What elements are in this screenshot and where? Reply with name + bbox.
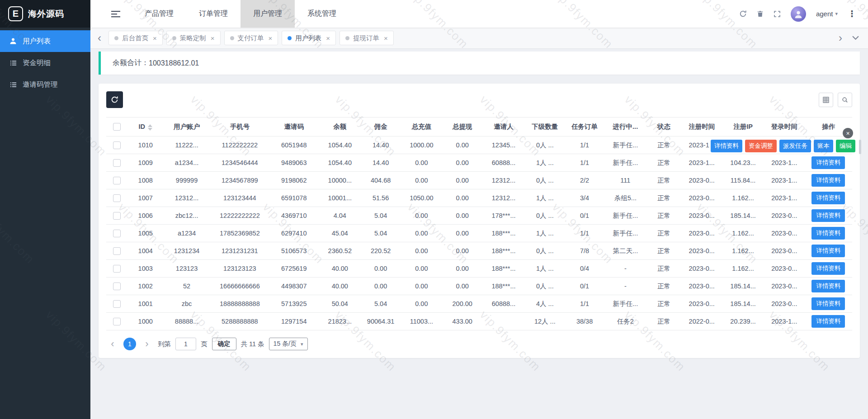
select-all-checkbox[interactable] <box>113 123 121 131</box>
table-refresh-button[interactable] <box>106 91 123 108</box>
column-settings-icon[interactable] <box>819 93 833 107</box>
table-cell-login-time: 2023-0... <box>764 260 805 278</box>
column-header-label: 任务订单 <box>571 123 598 130</box>
table-cell-commission: 0.00 <box>361 260 401 278</box>
column-header-id: ID <box>128 118 163 137</box>
sidebar-item-label: 邀请码管理 <box>23 80 58 89</box>
detail-button[interactable]: 详情资料 <box>811 315 845 328</box>
page-number-button[interactable]: 1 <box>123 338 136 350</box>
user-menu[interactable]: agent ▾ <box>816 10 838 18</box>
detail-button[interactable]: 详情资料 <box>811 174 845 187</box>
goto-page-input[interactable] <box>175 338 196 350</box>
table-cell-task-orders: 2/2 <box>565 172 604 189</box>
trash-icon[interactable] <box>757 10 764 17</box>
row-checkbox[interactable] <box>113 318 121 325</box>
tab-strategy[interactable]: 策略定制× <box>166 31 221 45</box>
tab-close-icon[interactable]: × <box>269 34 273 42</box>
row-checkbox[interactable] <box>113 265 121 273</box>
table-cell-actions: 详情资料 <box>805 278 852 295</box>
tab-close-icon[interactable]: × <box>384 34 388 42</box>
refresh-icon[interactable] <box>739 10 747 18</box>
row-checkbox[interactable] <box>113 247 121 255</box>
row-checkbox[interactable] <box>113 300 121 308</box>
goto-confirm-button[interactable]: 确定 <box>212 338 236 350</box>
table-cell-total-recharge: 0.00 <box>401 295 443 313</box>
tab-close-icon[interactable]: × <box>326 34 330 42</box>
table-cell-inviter: 188***... <box>482 278 525 295</box>
row-checkbox[interactable] <box>113 282 121 290</box>
column-header-login-time: 登录时间 <box>764 118 805 137</box>
table-cell-subordinates: 0人 ... <box>525 278 565 295</box>
column-header-status: 状态 <box>646 118 682 137</box>
table-cell-account: zbc <box>163 295 211 313</box>
table-cell-status: 正常 <box>646 242 682 260</box>
next-page-button[interactable]: › <box>141 338 153 350</box>
detail-button[interactable]: 详情资料 <box>811 262 845 275</box>
tabs-menu-icon[interactable] <box>849 36 862 40</box>
more-options-icon[interactable]: ⋮ <box>848 9 856 19</box>
row-action-ledger[interactable]: 账本 <box>814 140 833 152</box>
table-cell-task-orders: 38/38 <box>565 313 604 330</box>
fullscreen-icon[interactable] <box>774 10 781 18</box>
detail-button[interactable]: 详情资料 <box>811 209 845 222</box>
scrollbar-thumb[interactable] <box>859 140 861 154</box>
tab-home[interactable]: 后台首页× <box>108 31 163 45</box>
row-checkbox[interactable] <box>113 230 121 237</box>
table-cell-total-recharge: 1000.00 <box>401 137 443 154</box>
row-checkbox[interactable] <box>113 159 121 167</box>
table-cell-subordinates: 12人 ... <box>525 313 565 330</box>
top-nav: 产品管理订单管理用户管理系统管理 <box>132 0 349 28</box>
table-cell-inviter <box>482 313 525 330</box>
table-cell-phone: 123123444 <box>211 189 269 207</box>
detail-button[interactable]: 详情资料 <box>811 280 845 292</box>
column-header-label: 手机号 <box>230 123 250 130</box>
sidebar-item-funds-detail[interactable]: 资金明细 <box>0 52 90 74</box>
menu-toggle-icon[interactable] <box>111 10 120 18</box>
top-actions: agent ▾ ⋮ <box>739 6 868 22</box>
table-row: 1001zbc18888888888571392550.045.040.0020… <box>106 295 852 313</box>
table-cell-id: 1002 <box>128 278 163 295</box>
tab-close-icon[interactable]: × <box>211 34 215 42</box>
tab-payment-orders[interactable]: 支付订单× <box>224 31 278 45</box>
row-action-edit[interactable]: 编辑 <box>836 140 855 152</box>
sidebar-item-invite-code-manage[interactable]: 邀请码管理 <box>0 74 90 95</box>
page-size-select[interactable]: 15 条/页 ▾ <box>269 338 308 350</box>
table-cell-status: 正常 <box>646 225 682 242</box>
tab-close-icon[interactable]: × <box>153 34 157 42</box>
table-cell-register-ip: 185.14... <box>722 295 764 313</box>
column-header-label: ID <box>138 123 145 130</box>
sort-icon[interactable] <box>148 124 152 131</box>
nav-item-product-manage[interactable]: 产品管理 <box>132 0 186 28</box>
popup-close-icon[interactable]: × <box>843 128 853 138</box>
tab-withdraw-orders[interactable]: 提现订单× <box>340 31 394 45</box>
tabs-scroll-left-icon[interactable]: ‹ <box>94 33 105 43</box>
column-header-invite-code: 邀请码 <box>269 118 319 137</box>
row-action-dispatch-task[interactable]: 派发任务 <box>779 140 811 152</box>
sidebar: E 海外源码 用户列表资金明细邀请码管理 <box>0 0 90 419</box>
tabs-scroll-right-icon[interactable]: › <box>835 33 846 43</box>
detail-button[interactable]: 详情资料 <box>811 297 845 310</box>
row-checkbox[interactable] <box>113 194 121 202</box>
row-action-detail[interactable]: 详情资料 <box>711 140 742 152</box>
row-checkbox[interactable] <box>113 141 121 149</box>
nav-item-user-manage[interactable]: 用户管理 <box>241 0 295 28</box>
detail-button[interactable]: 详情资料 <box>811 245 845 257</box>
search-icon[interactable] <box>838 93 852 107</box>
row-action-adjust-funds[interactable]: 资金调整 <box>745 140 777 152</box>
table-cell-total-withdraw: 0.00 <box>443 154 482 172</box>
nav-item-order-manage[interactable]: 订单管理 <box>186 0 241 28</box>
row-checkbox[interactable] <box>113 177 121 184</box>
detail-button[interactable]: 详情资料 <box>811 156 845 169</box>
table-cell-balance: 1054.40 <box>319 154 361 172</box>
row-checkbox[interactable] <box>113 212 121 220</box>
column-header-total-withdraw: 总提现 <box>443 118 482 137</box>
table-cell-login-time: 2023-1... <box>764 154 805 172</box>
detail-button[interactable]: 详情资料 <box>811 227 845 240</box>
tab-user-list[interactable]: 用户列表× <box>282 31 336 45</box>
prev-page-button[interactable]: ‹ <box>106 338 119 350</box>
table-cell-register-ip: 1.162... <box>722 260 764 278</box>
detail-button[interactable]: 详情资料 <box>811 192 845 204</box>
nav-item-system-manage[interactable]: 系统管理 <box>295 0 349 28</box>
sidebar-item-user-list[interactable]: 用户列表 <box>0 30 90 52</box>
user-avatar[interactable] <box>791 6 806 22</box>
